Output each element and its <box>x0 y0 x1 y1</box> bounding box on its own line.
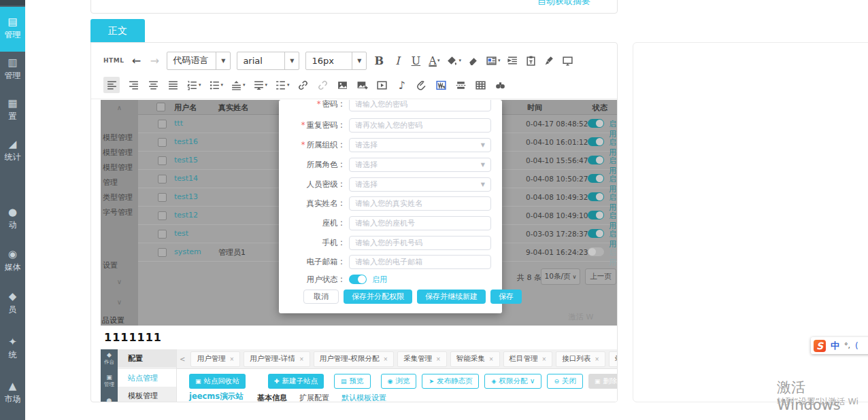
ime-chinese-mode[interactable]: 中 <box>831 340 839 352</box>
window-top-strip <box>0 0 25 5</box>
line-spacing-up-button[interactable]: ▾ <box>231 77 246 93</box>
paragraph-spacing-button[interactable]: ▾ <box>275 77 290 93</box>
format-brush-icon[interactable] <box>543 52 555 69</box>
highlight-color-button[interactable]: ▾ <box>446 52 461 69</box>
redo-icon[interactable]: → <box>148 52 161 69</box>
align-justify-button[interactable] <box>167 77 179 93</box>
video-icon[interactable] <box>376 77 388 93</box>
landline-row: 座机 : <box>287 215 491 230</box>
underline-button[interactable]: U <box>410 52 422 69</box>
row-checkbox <box>158 230 167 239</box>
send-icon: ➤ <box>429 378 434 385</box>
email-input[interactable] <box>349 255 491 269</box>
align-left-button[interactable] <box>103 77 120 93</box>
repeat-password-row: *重复密码 : <box>287 118 491 133</box>
auto-summary-link[interactable]: 自动获取摘要 <box>537 0 590 7</box>
row-checkbox <box>158 156 167 165</box>
paste-icon[interactable] <box>524 52 537 69</box>
save-and-new-button[interactable]: 保存并继续新建 <box>417 290 486 304</box>
password-input[interactable] <box>349 100 491 111</box>
sidebar-item-column[interactable]: ▥ 管理 <box>0 56 25 81</box>
table-icon[interactable] <box>475 77 487 93</box>
font-family-select[interactable]: arial ▼ <box>237 52 299 70</box>
bold-button[interactable]: B <box>373 52 385 69</box>
align-right-button[interactable] <box>127 77 139 93</box>
embedded-tab-bar: < 用户管理× 用户管理-详情× 用户管理-权限分配× 采集管理× 智能采集× … <box>177 349 618 369</box>
ime-punctuation[interactable]: °, <box>844 341 850 350</box>
close-icon: × <box>542 356 547 362</box>
sogou-logo-icon[interactable]: S <box>814 340 826 352</box>
sidebar-item-config[interactable]: ▦ 置 <box>0 97 25 122</box>
richtext-editor: HTML ← → 代码语言 ▼ arial ▼ 16px ▼ B I U A▾ … <box>90 42 618 402</box>
sidebar-item-market[interactable]: ▲ 市场 <box>0 379 25 404</box>
prev-page-button: 上一页 <box>585 268 616 285</box>
repeat-password-input[interactable] <box>349 118 491 133</box>
save-button[interactable]: 保存 <box>490 290 522 304</box>
chevron-down-icon: ∨ <box>101 298 138 306</box>
html-source-button[interactable]: HTML <box>103 52 124 69</box>
market-icon: ▲ <box>0 379 25 393</box>
paragraph-style-select[interactable]: 代码语言 ▼ <box>167 52 231 70</box>
tab-body-text[interactable]: 正文 <box>90 19 145 43</box>
sidebar-item-interact[interactable]: ● 动 <box>0 205 25 230</box>
attachment-icon[interactable] <box>416 77 428 93</box>
mobile-input[interactable] <box>349 236 491 250</box>
sidebar-item-content[interactable]: ▤ 管理 <box>0 7 25 52</box>
bullet-list-button[interactable]: ▾ <box>209 77 224 93</box>
page-break-icon[interactable] <box>455 77 467 93</box>
unlink-icon[interactable] <box>317 77 329 93</box>
status-toggle <box>588 247 604 256</box>
sidebar-item-stats[interactable]: ◢ 统计 <box>0 137 25 162</box>
save-assign-permission-button[interactable]: 保存并分配权限 <box>344 290 412 304</box>
total-count: 共 8 条 <box>517 273 541 283</box>
realname-input[interactable] <box>349 196 491 211</box>
align-center-button[interactable] <box>147 77 159 93</box>
line-height-button[interactable]: ▾ <box>253 77 268 93</box>
organization-select[interactable]: 请选择▼ <box>349 138 491 152</box>
embedded-screenshot-user-management[interactable]: ∧ 模型管理 模型管理 模型管理 管理 类型管理 字号管理 设置 ∨ ∨ 用户名… <box>101 100 618 326</box>
fullscreen-icon[interactable] <box>561 52 573 69</box>
landline-input[interactable] <box>349 216 491 230</box>
embedded-sub-tabs: 基本信息 扩展配置 默认模板设置 <box>257 393 386 402</box>
site-management-item: 站点管理 <box>118 369 176 387</box>
ime-paren[interactable]: ( <box>855 341 858 351</box>
italic-button[interactable]: I <box>391 52 403 69</box>
font-size-select[interactable]: 16px ▼ <box>305 52 367 70</box>
close-icon: × <box>436 356 441 362</box>
sidebar-item-member[interactable]: ◆ 员 <box>0 290 25 315</box>
indent-icon[interactable] <box>506 52 518 69</box>
eye-icon: ◉ <box>388 378 393 385</box>
search-binoculars-icon[interactable] <box>495 77 507 93</box>
role-select[interactable]: 请选择▼ <box>349 158 491 172</box>
chevron-down-icon: ▼ <box>481 142 485 148</box>
music-icon[interactable]: ♪ <box>396 77 408 93</box>
sidebar-item-media[interactable]: ◉ 媒体 <box>0 247 25 273</box>
image-add-icon[interactable] <box>356 77 369 93</box>
word-image-icon[interactable] <box>435 77 448 93</box>
link-icon[interactable] <box>297 77 310 93</box>
cancel-button[interactable]: 取消 <box>303 290 339 304</box>
sidebar-item-system[interactable]: ✦ 统 <box>0 335 25 360</box>
row-checkbox <box>158 138 167 147</box>
lock-icon: ◈ <box>491 378 496 385</box>
delete-button: ▣删除 <box>588 374 618 389</box>
role-row: 所属角色 : 请选择▼ <box>287 157 491 172</box>
eraser-icon[interactable] <box>467 52 480 69</box>
ime-toolbar[interactable]: S 中 °, ( <box>811 337 868 354</box>
user-status-toggle[interactable] <box>349 275 367 284</box>
undo-icon[interactable]: ← <box>130 52 142 69</box>
site-name-link: jeecms演示站 <box>189 391 244 402</box>
section-layout-button[interactable]: ▾ <box>486 52 501 69</box>
status-toggle <box>588 137 604 146</box>
font-color-button[interactable]: A▾ <box>428 52 440 69</box>
minus-circle-icon: ⊖ <box>554 378 559 385</box>
content-icon: ▤ <box>0 15 25 29</box>
browse-button: ◉浏览 <box>381 374 417 389</box>
close-icon: × <box>595 356 599 362</box>
ordered-list-button[interactable]: ▾ <box>186 77 201 93</box>
select-all-checkbox <box>156 103 165 113</box>
image-icon[interactable] <box>337 77 349 93</box>
more-icon: ● <box>101 397 118 402</box>
security-level-select[interactable]: 请选择▼ <box>349 177 491 192</box>
embedded-screenshot-site-management[interactable]: ◆作台 ▣管理 ● 配置 站点管理 模板管理 < 用户管理× 用户管理-详情× … <box>101 349 618 402</box>
